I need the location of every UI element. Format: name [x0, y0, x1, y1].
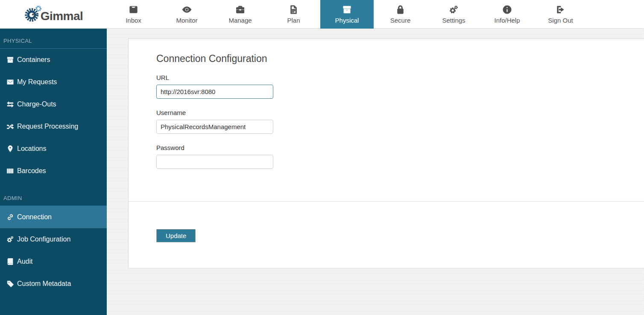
sidebar-sections: PHYSICALContainersMy RequestsCharge-Outs… — [0, 29, 107, 295]
url-field-group: URL — [156, 74, 644, 99]
envelope-icon — [6, 78, 14, 86]
sidebar-item-label: Connection — [17, 213, 52, 221]
sidebar-item-label: Charge-Outs — [17, 100, 56, 108]
logo-text: Gimmal — [41, 9, 83, 23]
map-marker-icon — [6, 145, 14, 153]
sidebar-item-label: Custom Metadata — [17, 280, 71, 288]
briefcase-icon — [235, 5, 245, 15]
nav-item-inbox[interactable]: Inbox — [107, 0, 160, 29]
sidebar-item-label: Locations — [17, 145, 47, 153]
update-button[interactable]: Update — [156, 229, 196, 242]
url-input[interactable] — [156, 85, 273, 99]
lock-icon — [395, 5, 405, 15]
nav-item-sign-out[interactable]: Sign Out — [534, 0, 587, 29]
sidebar-section-admin: ADMINConnectionJob ConfigurationAuditCus… — [0, 182, 107, 295]
barcode-icon — [6, 167, 14, 175]
inbox-icon — [129, 5, 138, 15]
username-field-group: Username — [156, 109, 644, 134]
nav-item-label: Plan — [287, 17, 300, 24]
sign-out-icon — [556, 5, 565, 15]
navbar-items: InboxMonitorManagePlanPhysicalSecureSett… — [107, 0, 587, 29]
card-divider — [129, 201, 644, 202]
connection-form: URLUsernamePassword — [156, 74, 644, 169]
sidebar-item-audit[interactable]: Audit — [0, 250, 107, 273]
url-label: URL — [156, 74, 644, 81]
nav-item-info-help[interactable]: Info/Help — [480, 0, 534, 29]
sidebar-item-charge-outs[interactable]: Charge-Outs — [0, 93, 107, 115]
eye-icon — [182, 5, 192, 15]
page-title: Connection Configuration — [156, 53, 644, 65]
sidebar-section-header-physical: PHYSICAL — [0, 29, 107, 49]
nav-item-label: Monitor — [176, 17, 197, 24]
sidebar-item-label: Job Configuration — [17, 236, 70, 243]
sidebar-item-label: Request Processing — [17, 123, 78, 130]
top-navbar: Gimmal InboxMonitorManagePlanPhysicalSec… — [0, 0, 644, 29]
nav-item-label: Info/Help — [494, 17, 520, 24]
sidebar-section-header-admin: ADMIN — [0, 182, 107, 206]
nav-item-label: Secure — [390, 17, 411, 24]
sidebar-item-request-processing[interactable]: Request Processing — [0, 115, 107, 138]
link-icon — [6, 213, 14, 221]
sidebar-section-physical: PHYSICALContainersMy RequestsCharge-Outs… — [0, 29, 107, 182]
nav-item-label: Settings — [442, 17, 465, 24]
sidebar-item-label: Audit — [17, 258, 32, 265]
username-input[interactable] — [156, 120, 273, 134]
shuffle-icon — [6, 123, 14, 130]
content-area: Connection Configuration URLUsernamePass… — [107, 29, 644, 315]
nav-item-label: Physical — [335, 17, 359, 24]
nav-item-monitor[interactable]: Monitor — [160, 0, 214, 29]
sidebar-item-label: Barcodes — [17, 167, 46, 175]
tag-icon — [6, 280, 14, 288]
nav-item-settings[interactable]: Settings — [427, 0, 480, 29]
nav-item-label: Inbox — [126, 17, 141, 24]
sidebar-item-label: Containers — [17, 56, 50, 64]
sidebar-item-barcodes[interactable]: Barcodes — [0, 160, 107, 182]
sidebar-item-containers[interactable]: Containers — [0, 49, 107, 71]
nav-item-label: Sign Out — [548, 17, 573, 24]
sidebar-item-locations[interactable]: Locations — [0, 138, 107, 160]
sidebar-item-job-configuration[interactable]: Job Configuration — [0, 228, 107, 250]
sidebar: PHYSICALContainersMy RequestsCharge-Outs… — [0, 29, 107, 315]
nav-item-secure[interactable]: Secure — [374, 0, 427, 29]
nav-item-label: Manage — [228, 17, 252, 24]
app-logo: Gimmal — [0, 0, 107, 29]
nav-item-plan[interactable]: Plan — [267, 0, 320, 29]
sidebar-item-connection[interactable]: Connection — [0, 206, 107, 228]
sidebar-item-custom-metadata[interactable]: Custom Metadata — [0, 273, 107, 295]
book-icon — [6, 258, 14, 265]
nav-item-physical[interactable]: Physical — [320, 0, 374, 29]
gears-icon — [6, 236, 14, 243]
username-label: Username — [156, 109, 644, 116]
file-text-icon — [289, 5, 299, 15]
sidebar-item-label: My Requests — [17, 78, 57, 86]
archive-box-icon — [342, 5, 352, 15]
info-icon — [502, 5, 512, 15]
exchange-icon — [6, 100, 14, 108]
gears-icon — [449, 5, 459, 15]
password-field-group: Password — [156, 144, 644, 169]
archive-box-icon — [6, 56, 14, 64]
password-input[interactable] — [156, 155, 273, 169]
sidebar-item-my-requests[interactable]: My Requests — [0, 71, 107, 93]
connection-config-card: Connection Configuration URLUsernamePass… — [128, 38, 644, 268]
nav-item-manage[interactable]: Manage — [214, 0, 267, 29]
password-label: Password — [156, 144, 644, 151]
